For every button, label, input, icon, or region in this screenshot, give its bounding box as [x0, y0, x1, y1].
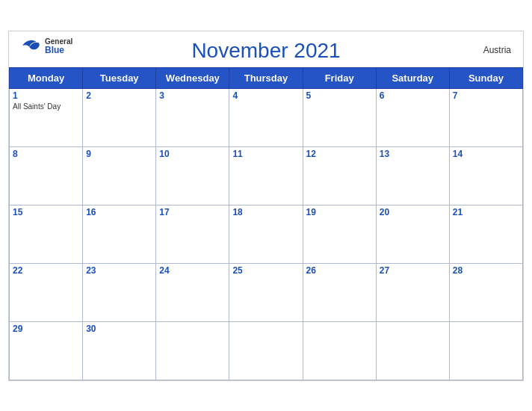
- day-number: 18: [232, 207, 299, 217]
- weekday-header-row: Monday Tuesday Wednesday Thursday Friday…: [10, 67, 523, 88]
- day-number: 11: [232, 149, 299, 159]
- day-number: 14: [453, 149, 519, 159]
- day-number: 16: [86, 207, 152, 217]
- day-cell: 11: [229, 146, 303, 205]
- day-number: 7: [453, 90, 519, 101]
- calendar-body: 1All Saints' Day234567891011121314151617…: [10, 88, 523, 380]
- header-monday: Monday: [10, 67, 83, 88]
- day-event: All Saints' Day: [13, 102, 79, 111]
- day-cell: 13: [376, 146, 449, 205]
- day-cell: [156, 321, 229, 380]
- day-cell: 19: [303, 205, 376, 263]
- logo-text: General Blue: [45, 37, 72, 55]
- day-number: 22: [13, 265, 79, 276]
- country-label: Austria: [483, 45, 511, 55]
- day-number: 13: [380, 149, 446, 159]
- day-cell: 25: [229, 263, 303, 321]
- header-friday: Friday: [303, 67, 376, 88]
- day-cell: [303, 321, 376, 380]
- day-number: 4: [232, 90, 299, 101]
- day-number: 21: [453, 207, 519, 217]
- day-cell: [229, 321, 303, 380]
- week-row-1: 1All Saints' Day234567: [10, 88, 523, 146]
- calendar-header: General Blue November 2021 Austria: [9, 31, 523, 67]
- day-number: 27: [380, 265, 446, 276]
- logo: General Blue: [21, 37, 72, 55]
- day-cell: 7: [449, 88, 522, 146]
- day-cell: 16: [83, 205, 156, 263]
- day-number: 3: [159, 90, 226, 101]
- calendar-title: November 2021: [191, 39, 340, 63]
- day-cell: [449, 321, 522, 380]
- logo-bird-icon: [21, 39, 42, 54]
- day-number: 1: [13, 90, 79, 101]
- day-number: 17: [159, 207, 226, 217]
- day-number: 15: [13, 207, 79, 217]
- day-number: 25: [232, 265, 299, 276]
- day-cell: 5: [303, 88, 376, 146]
- day-cell: 6: [376, 88, 449, 146]
- day-number: 9: [86, 149, 152, 159]
- calendar: General Blue November 2021 Austria Monda…: [8, 31, 524, 381]
- day-cell: 21: [449, 205, 522, 263]
- day-cell: 29: [10, 321, 83, 380]
- day-cell: [376, 321, 449, 380]
- day-cell: 1All Saints' Day: [10, 88, 83, 146]
- day-number: 8: [13, 149, 79, 159]
- day-cell: 26: [303, 263, 376, 321]
- day-number: 12: [306, 149, 373, 159]
- day-number: 28: [453, 265, 519, 276]
- week-row-3: 15161718192021: [10, 205, 523, 263]
- calendar-table: Monday Tuesday Wednesday Thursday Friday…: [9, 67, 523, 380]
- week-row-2: 891011121314: [10, 146, 523, 205]
- day-number: 24: [159, 265, 226, 276]
- day-cell: 15: [10, 205, 83, 263]
- logo-blue: Blue: [45, 46, 72, 55]
- day-cell: 3: [156, 88, 229, 146]
- week-row-5: 2930: [10, 321, 523, 380]
- day-cell: 9: [83, 146, 156, 205]
- day-number: 10: [159, 149, 226, 159]
- day-cell: 23: [83, 263, 156, 321]
- header-sunday: Sunday: [449, 67, 522, 88]
- header-thursday: Thursday: [229, 67, 303, 88]
- day-cell: 20: [376, 205, 449, 263]
- day-cell: 8: [10, 146, 83, 205]
- header-tuesday: Tuesday: [83, 67, 156, 88]
- header-saturday: Saturday: [376, 67, 449, 88]
- day-cell: 28: [449, 263, 522, 321]
- day-cell: 12: [303, 146, 376, 205]
- day-cell: 2: [83, 88, 156, 146]
- day-number: 19: [306, 207, 373, 217]
- day-cell: 22: [10, 263, 83, 321]
- logo-general: General: [45, 37, 72, 46]
- week-row-4: 22232425262728: [10, 263, 523, 321]
- day-number: 2: [86, 90, 152, 101]
- day-number: 29: [13, 324, 79, 334]
- day-cell: 30: [83, 321, 156, 380]
- header-wednesday: Wednesday: [156, 67, 229, 88]
- day-number: 30: [86, 324, 152, 334]
- day-cell: 10: [156, 146, 229, 205]
- day-cell: 18: [229, 205, 303, 263]
- day-cell: 4: [229, 88, 303, 146]
- day-cell: 14: [449, 146, 522, 205]
- day-cell: 17: [156, 205, 229, 263]
- day-number: 26: [306, 265, 373, 276]
- day-cell: 27: [376, 263, 449, 321]
- day-cell: 24: [156, 263, 229, 321]
- day-number: 6: [380, 90, 446, 101]
- day-number: 5: [306, 90, 373, 101]
- day-number: 23: [86, 265, 152, 276]
- day-number: 20: [380, 207, 446, 217]
